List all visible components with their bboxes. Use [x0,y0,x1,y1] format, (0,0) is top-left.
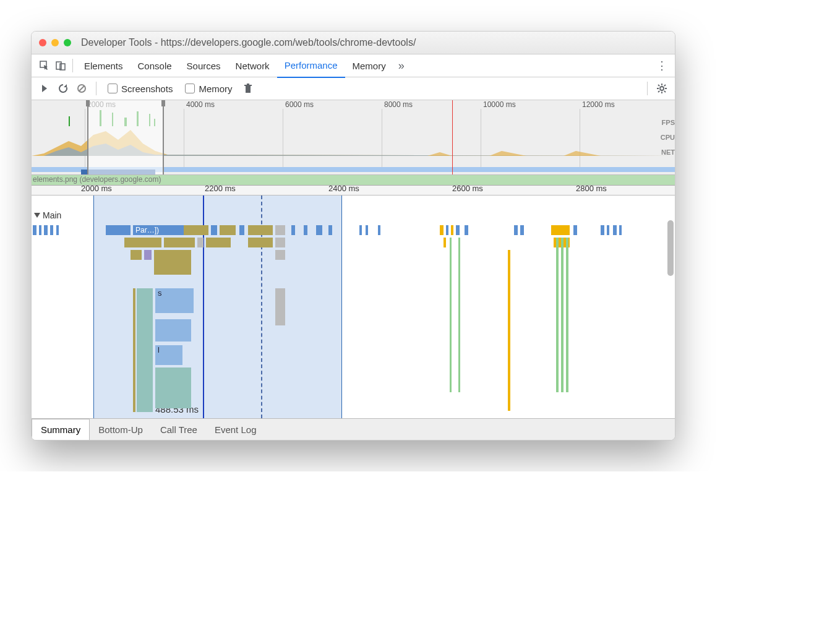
svg-line-15 [658,91,659,92]
zoom-icon[interactable] [64,39,71,46]
svg-rect-6 [244,85,252,86]
tab-event-log[interactable]: Event Log [206,419,265,440]
device-toggle-icon[interactable] [53,58,69,74]
svg-line-4 [79,86,84,91]
performance-toolbar: Screenshots Memory [32,77,675,100]
tab-sources[interactable]: Sources [179,54,228,77]
overview-tick: 4000 ms [186,100,215,109]
lane-fps: FPS [661,115,675,130]
chevron-down-icon [34,213,40,218]
titlebar: Developer Tools - https://developers.goo… [32,32,675,54]
clear-icon[interactable] [74,80,90,97]
svg-point-8 [660,87,664,90]
svg-rect-5 [246,86,251,93]
timeline-ruler[interactable]: elements.png (developers.google.com) 200… [32,175,675,196]
tab-call-tree[interactable]: Call Tree [152,419,206,440]
tab-network[interactable]: Network [228,54,277,77]
traffic-lights [39,39,71,46]
screenshots-checkbox[interactable]: Screenshots [108,84,173,94]
tab-bottom-up[interactable]: Bottom-Up [90,419,152,440]
timeline-overview[interactable]: 2000 ms 4000 ms 6000 ms 8000 ms 10000 ms… [32,100,675,175]
flame-row: l [32,345,662,355]
svg-rect-1 [56,62,61,69]
flame-block-s[interactable]: s [155,288,194,313]
overview-tick: 12000 ms [582,100,615,109]
svg-rect-7 [247,84,249,85]
tab-memory[interactable]: Memory [345,54,393,77]
overview-handle-left[interactable] [86,100,90,106]
ruler-tick: 2800 ms [576,184,607,193]
flame-row [32,250,662,260]
kebab-menu-icon[interactable]: ⋮ [654,58,670,74]
overview-selection[interactable] [87,100,164,174]
flame-row: Par…]) [32,225,662,235]
details-tabs: Summary Bottom-Up Call Tree Event Log [32,418,675,440]
garbage-collect-icon[interactable] [240,80,256,97]
flame-block-l[interactable]: l [155,345,182,365]
svg-line-14 [664,91,666,92]
flame-chart[interactable]: Main 488.53 ms Par…]) [32,196,675,418]
window-title: Developer Tools - https://developers.goo… [81,37,416,48]
more-tabs-icon[interactable]: » [393,58,409,74]
overview-tick: 8000 ms [384,100,413,109]
overview-event-marker [452,100,453,174]
parse-block[interactable]: Par…]) [133,225,185,235]
ruler-tick: 2000 ms [81,184,112,193]
svg-line-16 [664,85,666,86]
record-icon[interactable] [36,80,53,97]
overview-tick: 6000 ms [285,100,314,109]
memory-checkbox[interactable]: Memory [185,84,232,94]
tab-elements[interactable]: Elements [77,54,131,77]
ruler-tick: 2200 ms [205,184,236,193]
main-thread-toggle[interactable]: Main [34,210,61,220]
settings-icon[interactable] [654,80,670,97]
tab-summary[interactable]: Summary [32,419,90,441]
inspect-icon[interactable] [36,58,53,74]
reload-icon[interactable] [55,80,71,97]
close-icon[interactable] [39,39,46,46]
overview-handle-right[interactable] [161,100,165,106]
panel-tabs: Elements Console Sources Network Perform… [32,54,675,77]
flame-row: s [32,288,662,298]
devtools-window: Developer Tools - https://developers.goo… [31,31,675,440]
tab-performance[interactable]: Performance [277,54,345,78]
main-label: Main [43,210,61,220]
minimize-icon[interactable] [51,39,59,46]
overview-tick: 10000 ms [483,100,516,109]
ruler-tick: 2600 ms [452,184,483,193]
ruler-tick: 2400 ms [328,184,359,193]
network-resource-label: elements.png (developers.google.com) [33,175,161,184]
tab-console[interactable]: Console [131,54,179,77]
flame-row [32,319,662,329]
memory-label: Memory [199,84,232,94]
lane-cpu: CPU [661,130,675,145]
svg-line-13 [658,85,659,86]
screenshots-label: Screenshots [121,84,173,94]
flame-row [32,238,662,247]
lane-net: NET [661,145,675,160]
flame-scrollbar[interactable] [667,220,674,276]
